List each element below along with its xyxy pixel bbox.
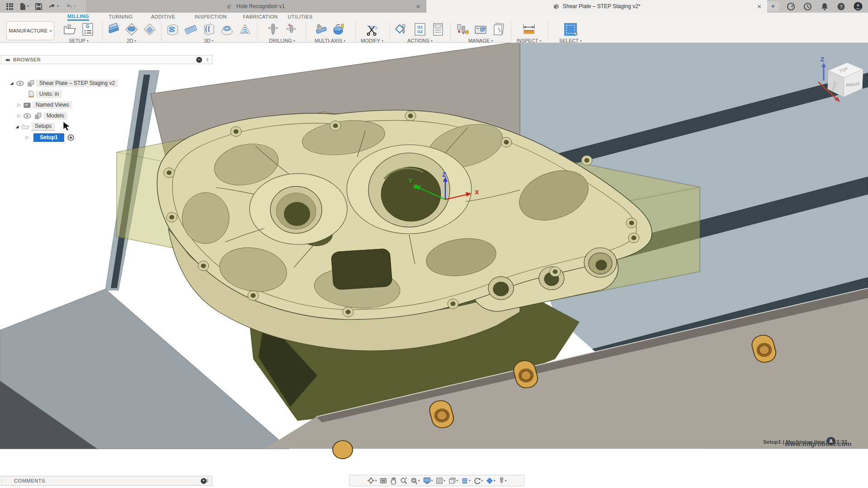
tree-item-label[interactable]: Named Views: [33, 101, 72, 109]
3d-dropdown[interactable]: 3D▾: [204, 38, 213, 43]
post-process-icon[interactable]: G: [80, 21, 96, 38]
toolpath-display-icon[interactable]: ▾: [460, 477, 472, 484]
grid-display-icon[interactable]: ▾: [435, 477, 446, 485]
actions-dropdown[interactable]: ACTIONS▾: [407, 38, 433, 43]
minimize-panel-icon[interactable]: −: [196, 57, 202, 63]
ribbon-tab-fabrication[interactable]: FABRICATION: [243, 13, 278, 21]
refresh-view-icon[interactable]: ▾: [473, 477, 484, 485]
active-setup-radio-icon[interactable]: [66, 134, 75, 141]
rotary-icon[interactable]: [331, 21, 347, 38]
chevron-down-icon: ▾: [491, 39, 493, 43]
multiaxis-dropdown[interactable]: MULTI-AXIS▾: [315, 38, 345, 43]
tree-row-setup1[interactable]: ▷ Setup1: [24, 133, 75, 142]
file-menu-icon[interactable]: ▾: [19, 3, 29, 10]
trim-scissors-icon[interactable]: [364, 21, 380, 38]
tree-item-label[interactable]: Units: in: [36, 90, 62, 98]
viewport-3d[interactable]: Z Y X Z TOP RIGHT FRONT Setup1 | Machini…: [0, 43, 868, 488]
visibility-eye-icon[interactable]: [24, 113, 31, 118]
3d-scallop-icon[interactable]: [219, 21, 235, 38]
2d-adaptive-icon[interactable]: [105, 21, 122, 38]
close-tab-icon[interactable]: ✕: [415, 3, 420, 10]
document-tab-active[interactable]: Shear Plate – STEP Staging v2* ✕: [426, 0, 767, 13]
manage-dropdown[interactable]: MANAGE▾: [468, 38, 493, 43]
pan-icon[interactable]: [389, 477, 398, 485]
2d-contour-icon[interactable]: [142, 21, 158, 38]
add-comment-icon[interactable]: +: [201, 478, 207, 484]
tool-library-icon[interactable]: [454, 21, 471, 38]
ribbon-group-2d: 2D▾: [105, 21, 158, 43]
notification-center-icon[interactable]: [803, 2, 812, 11]
post-process-g1g2-icon[interactable]: G1G2: [412, 21, 428, 38]
profile-avatar[interactable]: [854, 2, 863, 11]
ribbon-group-manage: MANAGE▾: [454, 21, 507, 43]
panel-grip-icon[interactable]: ‖: [207, 57, 208, 62]
tree-row-root[interactable]: ◢ Shear Plate – STEP Staging v2: [9, 79, 118, 88]
new-setup-icon[interactable]: [61, 21, 78, 38]
help-icon[interactable]: ?: [837, 2, 846, 11]
modify-dropdown[interactable]: MODIFY▾: [361, 38, 383, 43]
notifications-bell-icon[interactable]: [820, 2, 829, 11]
zoom-icon[interactable]: [399, 477, 408, 485]
display-settings-icon[interactable]: ▾: [422, 477, 434, 484]
ribbon-tab-turning[interactable]: TURNING: [109, 13, 133, 21]
expand-icon[interactable]: ▷: [16, 113, 22, 118]
swarf-icon[interactable]: [313, 21, 329, 38]
collapse-panel-icon[interactable]: ◀◀: [5, 58, 9, 62]
panel-grip-icon[interactable]: ‖: [207, 479, 208, 483]
setup-sheet-icon[interactable]: [430, 21, 446, 38]
expand-icon[interactable]: ◢: [9, 81, 14, 85]
tree-row-named-views[interactable]: ▷ Named Views: [16, 100, 72, 109]
3d-contour-icon[interactable]: [201, 21, 217, 38]
selected-setup-label[interactable]: Setup1: [33, 133, 64, 142]
ribbon-tab-inspection[interactable]: INSPECTION: [194, 13, 226, 21]
tool-display-icon[interactable]: ▾: [498, 477, 508, 485]
setup-dropdown[interactable]: SETUP▾: [69, 38, 89, 43]
machine-library-icon[interactable]: [472, 21, 489, 38]
ribbon-tab-milling[interactable]: MILLING: [67, 13, 89, 21]
svg-text:G: G: [86, 24, 90, 29]
close-tab-icon[interactable]: ✕: [757, 3, 762, 10]
tree-row-setups[interactable]: ◢ Setups: [14, 122, 55, 131]
select-dropdown[interactable]: SELECT▾: [559, 38, 582, 43]
undo-icon[interactable]: ▾: [48, 3, 59, 9]
app-grid-icon[interactable]: [6, 3, 13, 10]
workspace-switcher[interactable]: MANUFACTURE▾: [6, 21, 54, 40]
clamp-gold-partial[interactable]: [333, 441, 353, 459]
3d-spiral-icon[interactable]: [237, 21, 253, 38]
ribbon-tab-utilities[interactable]: UTILITIES: [288, 13, 313, 21]
stock-display-icon[interactable]: ▾: [485, 477, 496, 485]
deep-pocket: [331, 249, 392, 290]
expand-icon[interactable]: ◢: [14, 124, 20, 129]
viewports-icon[interactable]: ▾: [448, 477, 459, 485]
tree-row-models[interactable]: ▷ Models: [16, 111, 67, 120]
look-at-icon[interactable]: [379, 477, 388, 484]
new-tab-button[interactable]: +: [767, 1, 779, 11]
tree-item-label[interactable]: Setups: [32, 122, 55, 131]
expand-icon[interactable]: ▷: [16, 103, 22, 107]
tree-row-units[interactable]: Units: in: [26, 89, 62, 99]
drill-icon[interactable]: [265, 21, 281, 38]
tap-icon[interactable]: +: [283, 21, 299, 38]
2d-dropdown[interactable]: 2D▾: [127, 38, 136, 43]
tree-item-label[interactable]: Shear Plate – STEP Staging v2: [36, 80, 118, 87]
selection-box-icon[interactable]: [562, 21, 579, 38]
3d-pocket-icon[interactable]: [183, 21, 199, 38]
tree-item-label[interactable]: Models: [43, 112, 67, 120]
fit-icon[interactable]: ▾: [410, 477, 421, 485]
expand-icon[interactable]: ▷: [24, 135, 30, 140]
orbit-icon[interactable]: ▾: [366, 476, 378, 485]
ribbon-tab-additive[interactable]: ADDITIVE: [151, 13, 175, 21]
templates-icon[interactable]: [491, 21, 507, 38]
measure-icon[interactable]: [521, 21, 537, 38]
visibility-eye-icon[interactable]: [16, 81, 24, 86]
simulate-icon[interactable]: [394, 21, 410, 38]
save-icon[interactable]: [35, 3, 42, 10]
redo-icon[interactable]: ▾: [65, 3, 75, 9]
document-tab[interactable]: Hole Recognition v1 ✕: [86, 0, 427, 13]
job-status-icon[interactable]: [787, 2, 796, 11]
3d-adaptive-icon[interactable]: [165, 21, 181, 38]
2d-face-icon[interactable]: [123, 21, 140, 38]
comments-bar[interactable]: COMMENTS + ‖: [1, 476, 212, 486]
inspect-dropdown[interactable]: INSPECT▾: [517, 38, 542, 43]
drilling-dropdown[interactable]: DRILLING▾: [269, 38, 295, 43]
